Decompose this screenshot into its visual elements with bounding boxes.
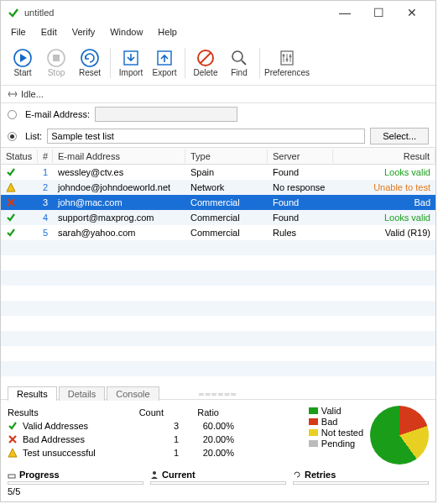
svg-rect-2 — [53, 55, 60, 61]
radio-list[interactable] — [8, 132, 17, 141]
svg-line-7 — [201, 53, 211, 63]
svg-point-8 — [232, 51, 242, 61]
tab-results[interactable]: Results — [8, 386, 57, 401]
progress-icon — [8, 470, 16, 479]
preferences-button[interactable]: Preferences — [263, 47, 310, 79]
maximize-button[interactable]: ☐ — [362, 6, 395, 19]
table-row[interactable]: 4support@maxprog.comCommercialFoundLooks… — [1, 210, 435, 225]
app-icon — [8, 7, 19, 18]
toolbar: Start Stop Reset Import Export Delete Fi… — [1, 41, 435, 85]
tabs: Results Details Console — [8, 386, 429, 401]
status-icon — [1, 181, 38, 193]
menu-edit[interactable]: Edit — [34, 26, 64, 39]
tab-console[interactable]: Console — [107, 386, 159, 401]
status-bar: Idle... — [1, 85, 435, 103]
table-row[interactable]: 2johndoe@johndoeworld.netNetworkNo respo… — [1, 180, 435, 195]
pie-chart — [370, 406, 429, 465]
app-window: untitled — ☐ ✕ File Edit Verify Window H… — [0, 0, 436, 502]
import-icon — [122, 49, 140, 67]
table-row[interactable]: 1wessley@ctv.esSpainFoundLooks valid — [1, 165, 435, 180]
svg-rect-18 — [8, 475, 15, 478]
refresh-icon — [81, 49, 99, 67]
menubar: File Edit Verify Window Help — [1, 24, 435, 41]
retry-icon — [293, 470, 301, 479]
status-icon — [1, 197, 38, 208]
results-grid: Status # E-mail Address Type Server Resu… — [1, 147, 435, 390]
status-icon — [1, 166, 38, 178]
grid-body: 1wessley@ctv.esSpainFoundLooks valid2joh… — [1, 165, 435, 376]
window-title: untitled — [24, 8, 328, 18]
reset-button[interactable]: Reset — [73, 47, 107, 79]
minimize-button[interactable]: — — [328, 6, 362, 19]
svg-point-16 — [289, 55, 292, 58]
close-button[interactable]: ✕ — [395, 6, 429, 19]
search-icon — [230, 49, 248, 67]
titlebar: untitled — ☐ ✕ — [1, 1, 435, 24]
stop-icon — [47, 49, 65, 67]
status-icon — [1, 212, 38, 223]
import-button[interactable]: Import — [114, 47, 148, 79]
find-button[interactable]: Find — [222, 47, 256, 79]
list-row: List: Select... — [1, 125, 435, 147]
tab-details[interactable]: Details — [59, 386, 106, 401]
radio-email[interactable] — [8, 110, 17, 119]
svg-point-15 — [286, 59, 289, 61]
no-entry-icon — [196, 49, 215, 67]
check-icon — [8, 421, 18, 431]
warn-icon — [8, 448, 18, 458]
stop-button: Stop — [39, 47, 73, 79]
sliders-icon — [278, 49, 296, 67]
export-button[interactable]: Export — [148, 47, 181, 79]
x-icon — [8, 434, 18, 444]
table-row[interactable]: 3john@mac.comCommercialFoundBad — [1, 195, 435, 210]
legend: Valid Bad Not tested Pending — [309, 406, 363, 465]
status-icon — [1, 227, 38, 239]
play-icon — [13, 49, 32, 67]
menu-file[interactable]: File — [4, 26, 33, 39]
export-icon — [155, 49, 174, 67]
bottom-panel: Results Details Console Results Count Ra… — [1, 399, 435, 501]
svg-line-9 — [242, 60, 246, 65]
menu-window[interactable]: Window — [103, 26, 149, 39]
menu-help[interactable]: Help — [151, 26, 184, 39]
email-row: E-mail Address: — [1, 103, 435, 125]
svg-point-3 — [81, 50, 98, 66]
idle-icon — [8, 89, 18, 99]
email-input[interactable] — [95, 107, 237, 122]
menu-verify[interactable]: Verify — [65, 26, 102, 39]
svg-point-19 — [153, 471, 156, 475]
svg-point-14 — [283, 55, 285, 57]
list-input[interactable] — [47, 129, 365, 144]
delete-button[interactable]: Delete — [189, 47, 222, 79]
start-button[interactable]: Start — [6, 47, 39, 79]
user-icon — [150, 470, 159, 479]
select-button[interactable]: Select... — [370, 128, 429, 144]
table-row[interactable]: 5sarah@yahoo.comCommercialRulesValid (R1… — [1, 225, 435, 240]
grid-header: Status # E-mail Address Type Server Resu… — [1, 148, 435, 165]
